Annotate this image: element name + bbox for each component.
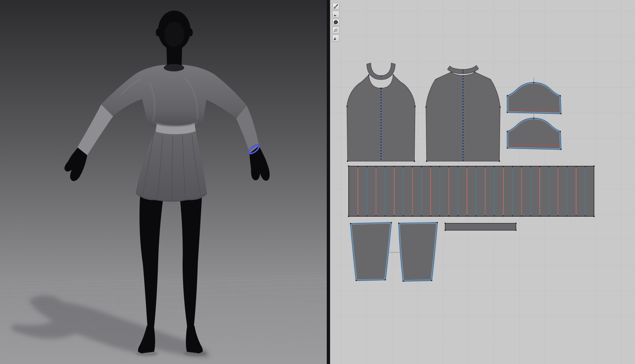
avatar-toes-left2 [141,351,144,353]
panel-divider[interactable] [327,0,331,364]
show-pins-toggle[interactable] [332,3,339,10]
3d-viewport[interactable] [0,0,327,364]
show-garment-toggle[interactable] [332,11,339,18]
shirt-eye-icon [333,12,338,17]
2d-display-toolbar [332,3,339,42]
show-avatar-toggle[interactable] [332,19,339,26]
front-collar-band[interactable] [367,63,395,80]
sleeve-cap-left[interactable] [507,82,562,114]
avatar-toes-right [200,349,203,352]
tee-neckline-shadow [164,64,184,71]
info-sphere-icon [333,20,338,25]
cuff-right[interactable] [398,222,438,282]
front-bodice[interactable] [346,74,416,162]
avatar-ear-left [156,28,160,36]
sleeve-cap-right[interactable] [507,118,562,150]
3d-scene [0,0,327,364]
avatar-toes-right2 [197,351,200,353]
2d-pattern-canvas [331,0,635,364]
avatar-face-shading [164,22,184,47]
pin-tool-icon [333,4,338,9]
show-pattern-toggle[interactable] [332,27,339,34]
back-bodice[interactable] [425,71,501,162]
freeze-garment-toggle[interactable] [332,35,339,42]
waistband-piece[interactable] [444,223,517,231]
avatar-ear-right [188,28,193,36]
avatar-toes-left [138,349,141,352]
pattern-quad-icon [333,28,338,33]
shirt-lock-icon [333,36,338,41]
2d-pattern-editor[interactable] [331,0,635,364]
pleated-skirt-panel[interactable] [348,165,595,217]
cuff-left[interactable] [350,222,392,281]
garment-design-app [0,0,635,364]
